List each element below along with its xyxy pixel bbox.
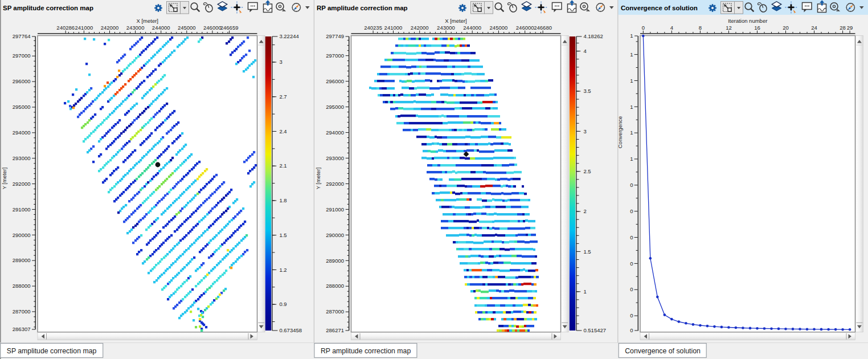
svg-text:1: 1 bbox=[630, 129, 633, 136]
svg-text:246000: 246000 bbox=[203, 25, 222, 31]
svg-text:Convergence: Convergence bbox=[617, 116, 623, 149]
svg-text:240286: 240286 bbox=[56, 25, 75, 31]
svg-text:292000: 292000 bbox=[326, 181, 344, 187]
svg-text:297000: 297000 bbox=[326, 52, 344, 59]
svg-text:1.5: 1.5 bbox=[279, 232, 286, 238]
svg-text:3.5: 3.5 bbox=[583, 88, 591, 94]
svg-text:20: 20 bbox=[783, 25, 789, 31]
svg-text:288000: 288000 bbox=[13, 283, 31, 289]
svg-text:297000: 297000 bbox=[13, 52, 31, 59]
svg-text:295000: 295000 bbox=[326, 104, 344, 110]
svg-text:Y [meter]: Y [meter] bbox=[1, 168, 7, 189]
svg-text:287000: 287000 bbox=[13, 308, 31, 315]
svg-text:246000: 246000 bbox=[516, 25, 534, 31]
svg-text:297749: 297749 bbox=[326, 33, 344, 39]
svg-text:243000: 243000 bbox=[126, 25, 145, 31]
svg-text:3.22244: 3.22244 bbox=[279, 33, 298, 39]
svg-text:240235: 240235 bbox=[364, 25, 382, 31]
svg-text:241000: 241000 bbox=[75, 25, 93, 31]
svg-text:0.515427: 0.515427 bbox=[583, 327, 606, 333]
svg-text:244000: 244000 bbox=[463, 25, 481, 31]
svg-text:16: 16 bbox=[754, 25, 760, 31]
svg-text:SP amplitude correction map: SP amplitude correction map bbox=[7, 347, 97, 355]
svg-text:241000: 241000 bbox=[384, 25, 403, 31]
svg-text:1: 1 bbox=[583, 288, 586, 295]
svg-text:290000: 290000 bbox=[13, 232, 31, 238]
svg-text:2.4: 2.4 bbox=[279, 128, 286, 134]
svg-text:3: 3 bbox=[583, 128, 586, 134]
svg-text:294000: 294000 bbox=[13, 129, 31, 136]
svg-text:290000: 290000 bbox=[326, 232, 344, 238]
svg-text:Convergence of solution: Convergence of solution bbox=[625, 347, 701, 355]
svg-text:0.9: 0.9 bbox=[279, 301, 286, 307]
svg-text:288000: 288000 bbox=[326, 283, 344, 289]
svg-text:292000: 292000 bbox=[13, 181, 31, 187]
svg-text:1: 1 bbox=[630, 32, 633, 39]
svg-text:245000: 245000 bbox=[490, 25, 508, 31]
svg-text:287000: 287000 bbox=[326, 308, 344, 315]
svg-text:4: 4 bbox=[583, 48, 586, 54]
svg-text:2.7: 2.7 bbox=[279, 93, 286, 100]
svg-text:286271: 286271 bbox=[326, 327, 344, 333]
svg-text:289000: 289000 bbox=[13, 257, 31, 263]
svg-text:1.2: 1.2 bbox=[279, 267, 286, 273]
svg-text:0: 0 bbox=[642, 25, 645, 31]
svg-text:293000: 293000 bbox=[326, 155, 344, 161]
svg-text:289000: 289000 bbox=[326, 258, 344, 264]
svg-text:3: 3 bbox=[279, 59, 282, 65]
svg-text:297764: 297764 bbox=[13, 33, 31, 39]
svg-text:242000: 242000 bbox=[411, 25, 429, 31]
svg-text:245000: 245000 bbox=[178, 25, 196, 31]
svg-text:12: 12 bbox=[726, 25, 732, 31]
svg-text:242000: 242000 bbox=[101, 25, 119, 31]
svg-text:286307: 286307 bbox=[13, 326, 31, 332]
svg-text:Convergence of solution: Convergence of solution bbox=[621, 5, 698, 11]
svg-text:24: 24 bbox=[811, 25, 817, 31]
svg-text:Y [meter]: Y [meter] bbox=[315, 168, 321, 189]
svg-text:296000: 296000 bbox=[13, 78, 31, 84]
svg-text:8: 8 bbox=[699, 25, 702, 31]
svg-text:243000: 243000 bbox=[437, 25, 455, 31]
svg-text:2: 2 bbox=[583, 208, 586, 214]
svg-text:0: 0 bbox=[630, 286, 633, 292]
svg-text:29: 29 bbox=[847, 25, 853, 31]
svg-text:0: 0 bbox=[630, 327, 633, 333]
svg-text:0: 0 bbox=[630, 182, 633, 188]
svg-text:1.8: 1.8 bbox=[279, 197, 286, 203]
svg-text:X [meter]: X [meter] bbox=[136, 18, 158, 24]
svg-text:Iteration number: Iteration number bbox=[728, 18, 767, 24]
svg-text:RP amplitude correction map: RP amplitude correction map bbox=[321, 347, 411, 355]
svg-text:1: 1 bbox=[630, 104, 633, 110]
svg-text:4: 4 bbox=[670, 25, 673, 31]
svg-text:0: 0 bbox=[630, 312, 633, 319]
svg-text:291000: 291000 bbox=[13, 206, 31, 213]
svg-text:2.5: 2.5 bbox=[583, 168, 591, 174]
svg-text:X [meter]: X [meter] bbox=[445, 18, 467, 24]
svg-text:0: 0 bbox=[630, 208, 633, 214]
svg-text:RP amplitude correction map: RP amplitude correction map bbox=[317, 5, 408, 11]
svg-text:1.5: 1.5 bbox=[583, 248, 591, 255]
svg-text:4.18262: 4.18262 bbox=[583, 33, 603, 39]
svg-text:244000: 244000 bbox=[152, 25, 170, 31]
svg-text:296000: 296000 bbox=[326, 78, 344, 84]
svg-text:28: 28 bbox=[840, 25, 846, 31]
svg-text:294000: 294000 bbox=[326, 129, 344, 136]
svg-text:295000: 295000 bbox=[13, 104, 31, 110]
svg-text:1: 1 bbox=[630, 51, 633, 58]
svg-text:0.673458: 0.673458 bbox=[279, 327, 302, 333]
svg-text:SP amplitude correction map: SP amplitude correction map bbox=[3, 5, 93, 11]
svg-text:1: 1 bbox=[630, 156, 633, 162]
svg-text:0: 0 bbox=[630, 260, 633, 267]
svg-text:246659: 246659 bbox=[220, 25, 239, 31]
svg-text:2.1: 2.1 bbox=[279, 162, 286, 169]
svg-text:291000: 291000 bbox=[326, 206, 344, 213]
svg-text:1: 1 bbox=[630, 77, 633, 84]
svg-text:293000: 293000 bbox=[13, 155, 31, 161]
svg-text:246680: 246680 bbox=[534, 25, 552, 31]
svg-text:0: 0 bbox=[630, 234, 633, 240]
